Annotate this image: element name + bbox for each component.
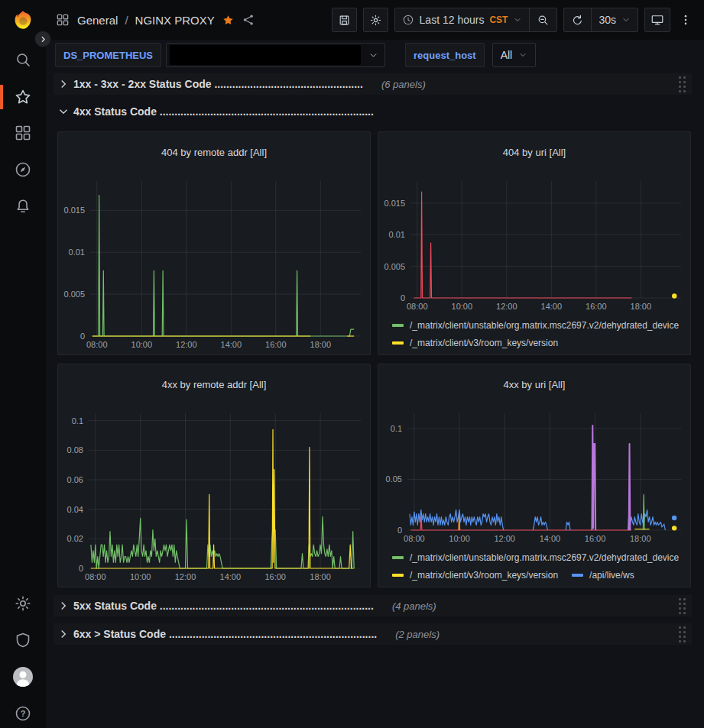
legend-series-label: /_matrix/client/v3/room_keys/version <box>410 567 558 584</box>
zoom-out-time-button[interactable] <box>529 8 556 31</box>
row-drag-handle[interactable] <box>677 597 687 616</box>
share-icon[interactable] <box>242 13 255 27</box>
legend-series-swatch <box>392 341 404 345</box>
svg-text:18:00: 18:00 <box>631 302 652 311</box>
time-range-picker[interactable]: Last 12 hours CST <box>395 8 530 31</box>
dashboard-variables-bar: DS_PROMETHEUS request_host All <box>46 40 704 70</box>
row-header-4xx[interactable]: 4xx Status Code ........................… <box>54 101 692 122</box>
row-header-1xx-3xx-2xx[interactable]: 1xx - 3xx - 2xx Status Code ............… <box>54 73 692 95</box>
panel-grid: 404 by remote addr [All] 08:0010:0012:00… <box>57 131 691 587</box>
legend-item[interactable]: /_matrix/client/unstable/org.matrix.msc2… <box>392 352 679 355</box>
row-panels-count: (2 panels) <box>395 629 440 640</box>
panel-legend: 10.0.3.2172.18.0.6 <box>58 585 370 587</box>
help-icon[interactable]: ? <box>14 704 32 723</box>
user-avatar[interactable] <box>13 667 33 687</box>
panel-title[interactable]: 404 by uri [All] <box>378 141 690 165</box>
dashboard-title[interactable]: NGINX PROXY <box>135 14 215 27</box>
more-options-kebab-icon[interactable] <box>676 8 695 32</box>
svg-text:12:00: 12:00 <box>176 340 197 349</box>
chart-svg: 08:0010:0012:0014:0016:0018:0000.0050.01… <box>378 173 690 315</box>
svg-text:18:00: 18:00 <box>310 340 332 349</box>
refresh-button[interactable] <box>564 8 591 31</box>
refresh-interval-value: 30s <box>599 14 616 26</box>
svg-text:0.08: 0.08 <box>67 445 83 455</box>
panel-legend: /_matrix/client/unstable/org.matrix.msc2… <box>378 315 690 355</box>
time-range-label: Last 12 hours <box>420 14 485 26</box>
legend-item[interactable]: /_matrix/client/unstable/org.matrix.msc2… <box>392 317 679 335</box>
panel-title[interactable]: 4xx by remote addr [All] <box>58 373 370 397</box>
row-panels-count: (4 panels) <box>392 600 436 612</box>
request-host-variable-label: request_host <box>405 43 485 67</box>
row-header-6xx[interactable]: 6xx > Status Code ......................… <box>54 623 692 645</box>
favorite-star-icon[interactable] <box>222 14 235 27</box>
request-host-variable-select[interactable]: All <box>492 43 537 67</box>
svg-text:12:00: 12:00 <box>494 534 515 543</box>
datasource-variable-select[interactable] <box>166 43 385 67</box>
svg-text:16:00: 16:00 <box>586 302 607 311</box>
dashboard-apps-icon <box>55 12 70 28</box>
svg-text:18:00: 18:00 <box>310 572 331 581</box>
sidebar-expand-button[interactable] <box>34 31 51 47</box>
save-dashboard-button[interactable] <box>332 8 357 32</box>
panel-legend: /_matrix/client/unstable/org.matrix.msc2… <box>378 547 690 587</box>
panel-title[interactable]: 4xx by uri [All] <box>378 373 690 397</box>
legend-item[interactable]: /_matrix/client/unstable/org.matrix.msc2… <box>392 549 679 567</box>
request-host-variable-value: All <box>501 49 513 61</box>
legend-series-label: /_matrix/client/v3/room_keys/version <box>410 335 558 352</box>
chevron-down-icon <box>57 105 70 118</box>
chart-svg: 08:0010:0012:0014:0016:0018:0000.050.1 <box>378 406 690 547</box>
row-header-5xx[interactable]: 5xx Status Code ........................… <box>54 595 692 616</box>
time-series-chart[interactable]: 08:0010:0012:0014:0016:0018:0000.020.040… <box>58 406 370 585</box>
svg-text:0.04: 0.04 <box>67 504 83 513</box>
time-series-chart[interactable]: 08:0010:0012:0014:0016:0018:0000.050.1 <box>378 406 690 547</box>
chevron-right-icon <box>57 77 70 91</box>
svg-text:08:00: 08:00 <box>85 572 106 581</box>
chevron-right-icon <box>57 599 70 613</box>
legend-item[interactable]: /_matrix/client/r0/sync <box>392 584 498 587</box>
chevron-down-icon <box>621 15 631 24</box>
explore-compass-icon[interactable] <box>14 160 32 179</box>
svg-text:08:00: 08:00 <box>404 534 425 543</box>
configuration-gear-icon[interactable] <box>14 594 32 613</box>
breadcrumb-separator: / <box>125 14 128 27</box>
row-drag-handle[interactable] <box>677 75 687 94</box>
starred-dashboards-icon[interactable] <box>14 88 32 106</box>
breadcrumb-folder[interactable]: General <box>77 14 118 27</box>
cycle-view-mode-button[interactable] <box>644 8 670 32</box>
svg-text:10:00: 10:00 <box>131 340 153 349</box>
alerting-bell-icon[interactable] <box>14 197 32 215</box>
svg-text:0.01: 0.01 <box>389 230 405 239</box>
legend-series-label: /_matrix/client/unstable/org.matrix.msc2… <box>410 549 679 567</box>
row-title: 4xx Status Code ........................… <box>73 105 374 118</box>
svg-text:0.1: 0.1 <box>72 416 83 425</box>
refresh-interval-picker[interactable]: 30s <box>591 8 637 31</box>
svg-text:16:00: 16:00 <box>264 572 286 581</box>
svg-text:14:00: 14:00 <box>220 572 242 581</box>
legend-item[interactable]: /api/live/ws <box>572 567 634 584</box>
legend-series-label: /_matrix/client/unstable/org.matrix.msc2… <box>410 352 679 355</box>
legend-item[interactable]: /_matrix/client/v3/room_keys/version <box>392 335 558 352</box>
time-series-chart[interactable]: 08:0010:0012:0014:0016:0018:0000.0050.01… <box>378 173 690 315</box>
svg-text:16:00: 16:00 <box>265 340 287 349</box>
svg-text:0.005: 0.005 <box>63 290 85 299</box>
legend-item[interactable]: /_matrix/client/v3/room_keys/version <box>392 567 558 584</box>
dashboard-settings-button[interactable] <box>363 8 388 32</box>
legend-series-label: /_matrix/client/unstable/org.matrix.msc2… <box>410 317 679 335</box>
svg-text:0: 0 <box>397 526 402 535</box>
dashboards-icon[interactable] <box>14 124 32 142</box>
row-title: 1xx - 3xx - 2xx Status Code ............… <box>73 78 363 90</box>
panel-title[interactable]: 404 by remote addr [All] <box>58 141 370 165</box>
panel-4xx-by-remote-addr: 4xx by remote addr [All] 08:0010:0012:00… <box>57 364 371 587</box>
search-icon[interactable] <box>14 50 32 69</box>
time-picker-group: Last 12 hours CST <box>394 8 558 32</box>
clock-icon <box>402 14 414 26</box>
refresh-group: 30s <box>563 8 638 32</box>
panel-legend: 10.0.3.2172.18.0.6 <box>58 353 370 355</box>
time-series-chart[interactable]: 08:0010:0012:0014:0016:0018:0000.0050.01… <box>58 173 370 353</box>
grafana-logo[interactable] <box>12 9 34 31</box>
legend-series-label: /api/live/ws <box>589 567 634 584</box>
row-drag-handle[interactable] <box>677 625 687 644</box>
svg-text:0.1: 0.1 <box>391 424 402 433</box>
server-admin-shield-icon[interactable] <box>14 631 32 649</box>
legend-series-swatch <box>392 556 404 559</box>
